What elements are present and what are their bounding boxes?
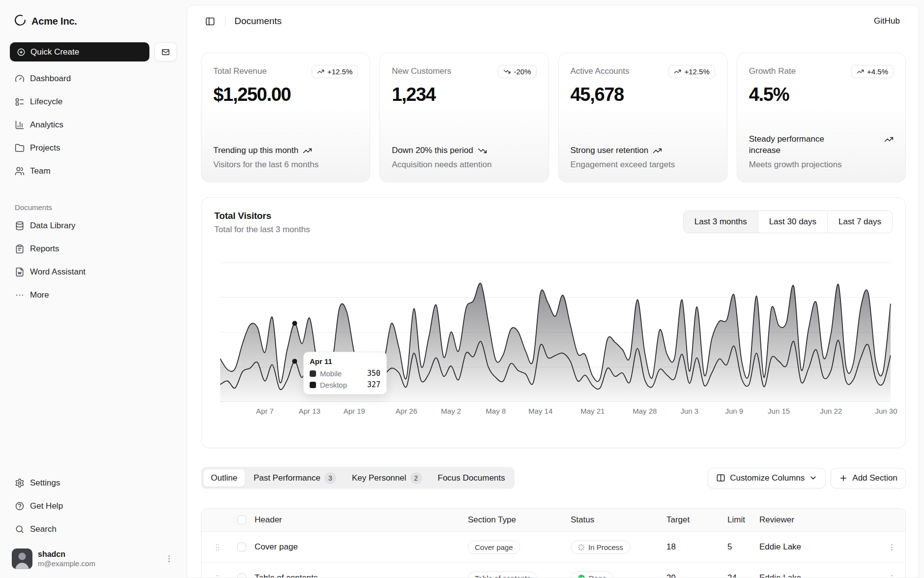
stat-footer-title: Steady performance increase (749, 134, 894, 156)
col-limit: Limit (727, 515, 759, 525)
inbox-button[interactable] (154, 42, 177, 61)
cell-status: Done (571, 572, 666, 578)
area-chart[interactable]: Apr 11 Mobile350Desktop327 (220, 260, 891, 402)
chevron-down-icon (809, 474, 817, 482)
customize-columns-button[interactable]: Customize Columns (708, 468, 826, 488)
topbar: Documents GitHub (187, 5, 919, 37)
x-axis-ticks: Apr 7Apr 13Apr 19Apr 26May 2May 8May 14M… (220, 407, 891, 420)
quick-create-button[interactable]: Quick Create (10, 42, 149, 61)
sidebar-item-reports[interactable]: Reports (10, 240, 177, 258)
cell-header[interactable]: Cover page (251, 542, 468, 552)
user-email: m@example.com (38, 560, 95, 568)
cell-limit: 24 (727, 573, 759, 578)
col-section-type: Section Type (468, 515, 571, 525)
sidebar-item-search[interactable]: Search (10, 520, 177, 539)
stat-label: New Customers (392, 65, 451, 76)
sidebar-item-more[interactable]: More (10, 286, 177, 304)
trending-up-icon (857, 68, 864, 75)
chart-subtitle: Total for the last 3 months (214, 225, 310, 235)
user-menu-icon[interactable] (164, 554, 174, 564)
tab-count-badge: 3 (324, 472, 336, 484)
x-tick: Jun 3 (680, 407, 698, 415)
select-all-checkbox[interactable] (237, 516, 246, 524)
x-tick: Apr 19 (344, 407, 365, 415)
tab-key-personnel[interactable]: Key Personnel2 (345, 469, 430, 487)
stat-value: $1,250.00 (213, 84, 358, 105)
row-checkbox[interactable] (237, 543, 246, 551)
sidebar-group-label: Documents (15, 203, 177, 212)
x-tick: May 8 (486, 407, 506, 415)
x-tick: Apr 13 (299, 407, 320, 415)
tab-past-performance[interactable]: Past Performance3 (246, 469, 344, 487)
range-last-30-days[interactable]: Last 30 days (758, 211, 827, 233)
stat-value: 4.5% (749, 84, 894, 105)
stat-footer-title: Trending up this month (213, 145, 358, 156)
row-menu-button[interactable] (878, 543, 905, 552)
stat-card-total-revenue: Total Revenue+12.5%$1,250.00Trending up … (201, 53, 370, 182)
range-last-7-days[interactable]: Last 7 days (827, 211, 892, 233)
dots-vertical-icon (887, 543, 896, 552)
stat-card-active-accounts: Active Accounts+12.5%45,678Strong user r… (558, 53, 727, 182)
stat-label: Growth Rate (749, 65, 796, 76)
sidebar-item-word-assistant[interactable]: Word Assistant (10, 263, 177, 281)
cell-section-type: Table of contents (468, 572, 571, 578)
plus-icon (839, 474, 848, 483)
search-icon (15, 524, 25, 534)
folder-icon (15, 143, 25, 153)
github-link[interactable]: GitHub (874, 16, 900, 26)
tab-focus-documents[interactable]: Focus Documents (431, 469, 513, 487)
add-section-button[interactable]: Add Section (831, 468, 906, 488)
plus-circle-icon (17, 48, 26, 57)
ellipsis-icon (15, 290, 25, 300)
col-header: Header (251, 515, 468, 525)
dots-vertical-icon (887, 574, 896, 578)
x-tick: Jun 30 (875, 407, 897, 415)
columns-icon (716, 473, 725, 483)
trend-badge: -20% (498, 65, 536, 78)
sidebar-toggle-button[interactable] (202, 13, 218, 30)
stat-value: 45,678 (571, 84, 715, 105)
panel-left-icon (205, 16, 215, 27)
sidebar-item-lifecycle[interactable]: Lifecycle (10, 92, 177, 111)
sidebar-item-projects[interactable]: Projects (10, 139, 177, 157)
trend-badge: +4.5% (851, 65, 894, 78)
range-last-3-months[interactable]: Last 3 months (684, 211, 758, 233)
sidebar-item-analytics[interactable]: Analytics (10, 116, 177, 134)
brand[interactable]: Acme Inc. (10, 10, 177, 31)
table-row: Table of contentsTable of contentsDone29… (202, 563, 905, 578)
x-tick: Jun 22 (820, 407, 842, 415)
drag-handle[interactable] (202, 574, 233, 578)
list-details-icon (15, 97, 25, 107)
stat-footer-subtitle: Engagement exceed targets (571, 160, 715, 170)
stat-label: Active Accounts (571, 65, 630, 76)
col-reviewer: Reviewer (759, 515, 878, 525)
cell-limit: 5 (727, 542, 759, 552)
mail-icon (161, 48, 170, 57)
sidebar-item-dashboard[interactable]: Dashboard (10, 69, 177, 88)
tab-outline[interactable]: Outline (203, 469, 245, 487)
row-checkbox[interactable] (237, 574, 246, 578)
x-tick: Jun 9 (725, 407, 743, 415)
trending-down-icon (503, 68, 511, 75)
drag-handle[interactable] (202, 543, 233, 552)
user-card[interactable]: shadcn m@example.com (10, 547, 177, 571)
row-menu-button[interactable] (878, 574, 905, 578)
sidebar-item-data-library[interactable]: Data Library (10, 216, 177, 235)
trend-badge: +12.5% (668, 65, 715, 78)
plus-circle-icon (17, 48, 26, 57)
cell-status: In Process (571, 541, 666, 554)
trend-badge: +12.5% (312, 65, 358, 78)
grip-vertical-icon (213, 574, 222, 578)
sections-table: HeaderSection TypeStatusTargetLimitRevie… (201, 508, 906, 578)
trending-up-icon (884, 135, 894, 144)
help-circle-icon (15, 501, 25, 511)
tooltip-row: Desktop327 (310, 380, 380, 389)
sidebar-item-get-help[interactable]: Get Help (10, 497, 177, 516)
trending-up-icon (317, 68, 324, 75)
sidebar-item-settings[interactable]: Settings (10, 474, 177, 492)
mail-icon (161, 48, 170, 57)
cell-reviewer: Eddie Lake (759, 573, 878, 578)
cell-header[interactable]: Table of contents (251, 573, 468, 578)
col-target: Target (666, 515, 727, 525)
sidebar-item-team[interactable]: Team (10, 162, 177, 181)
